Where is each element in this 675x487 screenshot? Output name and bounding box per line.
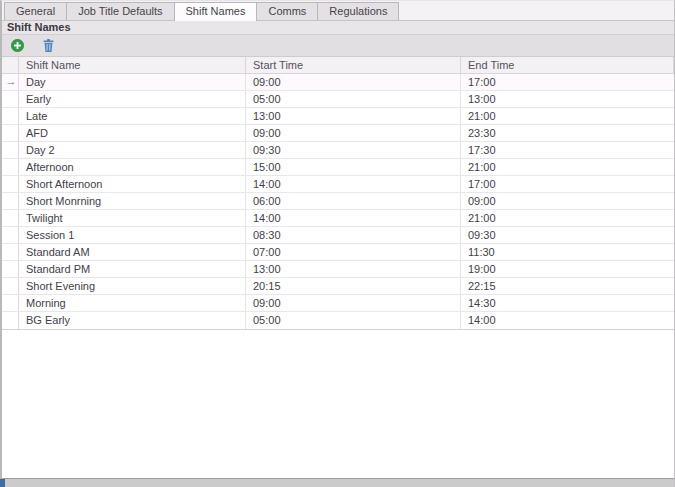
start-time-cell[interactable]: 13:00 (246, 108, 461, 124)
row-indicator-cell (2, 142, 19, 158)
table-row[interactable]: AFD 09:00 23:30 (2, 125, 674, 142)
start-time-cell[interactable]: 06:00 (246, 193, 461, 209)
shift-toolbar (2, 35, 674, 57)
start-time-cell[interactable]: 09:00 (246, 125, 461, 141)
end-time-cell[interactable]: 21:00 (461, 108, 674, 124)
end-time-cell[interactable]: 09:30 (461, 227, 674, 243)
shift-name-cell[interactable]: Early (19, 91, 246, 107)
tab-general[interactable]: General (4, 2, 67, 20)
start-time-cell[interactable]: 07:00 (246, 244, 461, 260)
tab-job-title-defaults[interactable]: Job Title Defaults (66, 2, 174, 20)
table-row[interactable]: Afternoon 15:00 21:00 (2, 159, 674, 176)
shift-name-cell[interactable]: Twilight (19, 210, 246, 226)
column-header-shift-name[interactable]: Shift Name (19, 57, 246, 73)
shift-name-cell[interactable]: Short Afternoon (19, 176, 246, 192)
row-indicator-cell (2, 108, 19, 124)
tab-strip: General Job Title Defaults Shift Names C… (2, 1, 674, 21)
end-time-cell[interactable]: 17:30 (461, 142, 674, 158)
add-shift-button[interactable] (10, 39, 24, 53)
row-indicator-cell (2, 193, 19, 209)
tab-comms[interactable]: Comms (256, 2, 318, 20)
column-header-start-time[interactable]: Start Time (246, 57, 461, 73)
table-row[interactable]: Early 05:00 13:00 (2, 91, 674, 108)
row-indicator-header-cell (2, 57, 19, 73)
start-time-cell[interactable]: 13:00 (246, 261, 461, 277)
bottom-bar (2, 478, 674, 487)
shift-name-cell[interactable]: Standard AM (19, 244, 246, 260)
shift-name-cell[interactable]: Late (19, 108, 246, 124)
shift-name-cell[interactable]: AFD (19, 125, 246, 141)
row-indicator-cell: → (2, 74, 19, 90)
row-indicator-cell (2, 227, 19, 243)
panel-title: Shift Names (2, 21, 674, 35)
end-time-cell[interactable]: 21:00 (461, 159, 674, 175)
start-time-cell[interactable]: 14:00 (246, 210, 461, 226)
column-header-end-time[interactable]: End Time (461, 57, 674, 73)
row-indicator-cell (2, 91, 19, 107)
end-time-cell[interactable]: 23:30 (461, 125, 674, 141)
table-row[interactable]: Morning 09:00 14:30 (2, 295, 674, 312)
shift-names-table: Shift Name Start Time End Time → Day 09:… (2, 57, 674, 330)
start-time-cell[interactable]: 09:00 (246, 74, 461, 90)
tab-regulations[interactable]: Regulations (317, 2, 399, 20)
end-time-cell[interactable]: 09:00 (461, 193, 674, 209)
end-time-cell[interactable]: 13:00 (461, 91, 674, 107)
end-time-cell[interactable]: 17:00 (461, 74, 674, 90)
focused-row-arrow-icon: → (4, 75, 18, 88)
table-body: → Day 09:00 17:00 Early 05:00 13:00 Late… (2, 74, 674, 329)
table-row[interactable]: Short Evening 20:15 22:15 (2, 278, 674, 295)
bottom-left-accent (0, 479, 5, 487)
shift-name-cell[interactable]: Short Monrning (19, 193, 246, 209)
row-indicator-cell (2, 244, 19, 260)
shift-name-cell[interactable]: Day 2 (19, 142, 246, 158)
table-row[interactable]: BG Early 05:00 14:00 (2, 312, 674, 329)
table-row[interactable]: Short Afternoon 14:00 17:00 (2, 176, 674, 193)
table-row[interactable]: Short Monrning 06:00 09:00 (2, 193, 674, 210)
table-row[interactable]: Day 2 09:30 17:30 (2, 142, 674, 159)
settings-window: General Job Title Defaults Shift Names C… (0, 0, 675, 487)
row-indicator-cell (2, 125, 19, 141)
shift-name-cell[interactable]: BG Early (19, 312, 246, 329)
start-time-cell[interactable]: 08:30 (246, 227, 461, 243)
row-indicator-cell (2, 295, 19, 311)
content-filler (2, 330, 674, 478)
start-time-cell[interactable]: 05:00 (246, 91, 461, 107)
table-row[interactable]: Session 1 08:30 09:30 (2, 227, 674, 244)
shift-name-cell[interactable]: Standard PM (19, 261, 246, 277)
tab-shift-names[interactable]: Shift Names (174, 2, 258, 21)
start-time-cell[interactable]: 05:00 (246, 312, 461, 329)
end-time-cell[interactable]: 14:00 (461, 312, 674, 329)
end-time-cell[interactable]: 22:15 (461, 278, 674, 294)
row-indicator-cell (2, 312, 19, 329)
start-time-cell[interactable]: 20:15 (246, 278, 461, 294)
row-indicator-cell (2, 210, 19, 226)
end-time-cell[interactable]: 17:00 (461, 176, 674, 192)
table-row[interactable]: Late 13:00 21:00 (2, 108, 674, 125)
table-header-row: Shift Name Start Time End Time (2, 57, 674, 74)
trash-icon (43, 39, 54, 52)
end-time-cell[interactable]: 19:00 (461, 261, 674, 277)
shift-name-cell[interactable]: Short Evening (19, 278, 246, 294)
shift-name-cell[interactable]: Session 1 (19, 227, 246, 243)
end-time-cell[interactable]: 11:30 (461, 244, 674, 260)
table-row[interactable]: → Day 09:00 17:00 (2, 74, 674, 91)
table-row[interactable]: Standard PM 13:00 19:00 (2, 261, 674, 278)
shift-name-cell[interactable]: Morning (19, 295, 246, 311)
table-row[interactable]: Twilight 14:00 21:00 (2, 210, 674, 227)
start-time-cell[interactable]: 15:00 (246, 159, 461, 175)
row-indicator-cell (2, 176, 19, 192)
start-time-cell[interactable]: 09:30 (246, 142, 461, 158)
end-time-cell[interactable]: 21:00 (461, 210, 674, 226)
end-time-cell[interactable]: 14:30 (461, 295, 674, 311)
table-row[interactable]: Standard AM 07:00 11:30 (2, 244, 674, 261)
start-time-cell[interactable]: 14:00 (246, 176, 461, 192)
row-indicator-cell (2, 159, 19, 175)
start-time-cell[interactable]: 09:00 (246, 295, 461, 311)
shift-name-cell[interactable]: Day (19, 74, 246, 90)
shift-name-cell[interactable]: Afternoon (19, 159, 246, 175)
row-indicator-cell (2, 261, 19, 277)
plus-circle-icon (11, 39, 24, 52)
row-indicator-cell (2, 278, 19, 294)
delete-shift-button[interactable] (41, 39, 55, 53)
